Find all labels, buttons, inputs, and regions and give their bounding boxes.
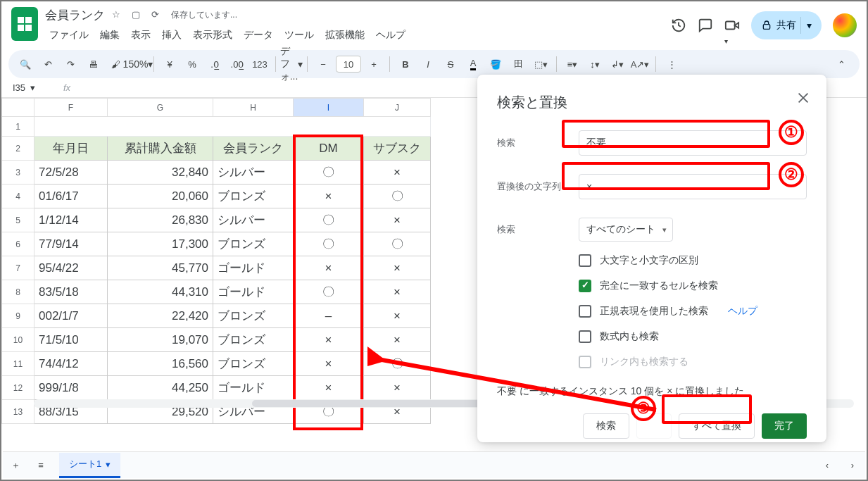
merge-btn[interactable]: ⬚▾ (531, 54, 551, 74)
close-icon[interactable] (795, 90, 811, 106)
done-button[interactable]: 完了 (762, 413, 807, 439)
menu-data[interactable]: データ (239, 26, 277, 44)
find-input[interactable] (579, 130, 807, 156)
cell[interactable]: × (294, 376, 364, 400)
cell[interactable]: ブロンズ (213, 185, 294, 208)
row-header[interactable]: 6 (2, 232, 34, 256)
print-icon[interactable]: 🖶 (83, 54, 103, 74)
text-color-btn[interactable]: A (463, 54, 483, 74)
checkbox-case[interactable] (579, 254, 591, 267)
cell[interactable]: ゴールド (213, 256, 294, 280)
cell[interactable]: シルバー (213, 161, 294, 185)
star-icon[interactable]: ☆ (112, 9, 125, 22)
redo-icon[interactable]: ↷ (61, 54, 80, 74)
cell[interactable]: 年月日 (34, 137, 108, 161)
menu-insert[interactable]: 挿入 (158, 26, 186, 44)
tabs-scroll-left-icon[interactable]: ‹ (814, 453, 840, 478)
zoom-select[interactable]: 150% ▾ (128, 54, 148, 74)
regex-help-link[interactable]: ヘルプ (728, 305, 757, 318)
cell[interactable]: × (364, 208, 431, 232)
cell[interactable]: × (294, 256, 364, 280)
font-select[interactable]: デフォ... ▾ (282, 54, 301, 74)
meet-icon[interactable]: ▾ (724, 18, 740, 33)
cell[interactable]: 〇 (294, 280, 364, 304)
fill-color-btn[interactable]: 🪣 (486, 54, 505, 74)
row-header[interactable]: 12 (2, 376, 34, 400)
cell[interactable]: 〇 (364, 232, 431, 256)
menu-help[interactable]: ヘルプ (372, 26, 410, 44)
cell[interactable]: × (364, 280, 431, 304)
cell[interactable]: × (364, 256, 431, 280)
replace-all-button[interactable]: すべて置換 (679, 413, 755, 439)
rotate-btn[interactable]: A↗▾ (630, 54, 650, 74)
italic-btn[interactable]: I (418, 54, 438, 74)
cell[interactable]: 19,070 (108, 328, 213, 352)
cell[interactable] (34, 117, 431, 137)
menu-file[interactable]: ファイル (45, 26, 93, 44)
cell[interactable]: シルバー (213, 208, 294, 232)
currency-btn[interactable]: ¥ (160, 54, 180, 74)
percent-btn[interactable]: % (182, 54, 202, 74)
borders-btn[interactable]: 田 (508, 54, 528, 74)
cell[interactable]: ブロンズ (213, 352, 294, 376)
all-sheets-button[interactable]: ≡ (28, 453, 54, 478)
cell[interactable]: 〇 (294, 161, 364, 185)
row-header[interactable]: 3 (2, 161, 34, 185)
row-header[interactable]: 11 (2, 352, 34, 376)
comment-icon[interactable] (698, 18, 713, 33)
account-avatar[interactable] (833, 13, 857, 37)
row-header[interactable]: 7 (2, 256, 34, 280)
history-icon[interactable] (671, 18, 686, 33)
row-header[interactable]: 4 (2, 185, 34, 208)
cell[interactable]: × (294, 352, 364, 376)
cell[interactable]: DM (294, 137, 364, 161)
share-button[interactable]: 共有 ▾ (751, 11, 822, 39)
cloud-status-icon[interactable]: ⟳ (151, 9, 164, 22)
checkbox-formula[interactable] (579, 330, 591, 343)
cell[interactable]: ブロンズ (213, 304, 294, 328)
cell[interactable]: 44,250 (108, 376, 213, 400)
cell[interactable]: 22,420 (108, 304, 213, 328)
cell[interactable]: 〇 (294, 208, 364, 232)
row-header[interactable]: 10 (2, 328, 34, 352)
font-dec-btn[interactable]: − (313, 54, 333, 74)
cell[interactable]: × (364, 304, 431, 328)
col-header-h[interactable]: H (213, 99, 294, 117)
row-header[interactable]: 5 (2, 208, 34, 232)
cell[interactable]: 77/9/14 (34, 232, 108, 256)
cell[interactable]: 72/5/28 (34, 161, 108, 185)
col-header-j[interactable]: J (364, 99, 431, 117)
row-header[interactable]: 1 (2, 117, 34, 137)
cell[interactable]: 002/1/7 (34, 304, 108, 328)
cell[interactable]: 1/12/14 (34, 208, 108, 232)
cell[interactable]: × (364, 328, 431, 352)
cell[interactable]: サブスク (364, 137, 431, 161)
cell[interactable]: ゴールド (213, 280, 294, 304)
cell[interactable]: ゴールド (213, 376, 294, 400)
cell[interactable]: × (364, 376, 431, 400)
cell[interactable]: 83/5/18 (34, 280, 108, 304)
row-header[interactable]: 13 (2, 400, 34, 424)
select-all-corner[interactable] (2, 99, 34, 117)
more-btn[interactable]: ⋮ (662, 54, 681, 74)
checkbox-regex[interactable] (579, 305, 591, 318)
number-format-btn[interactable]: 123 (250, 54, 270, 74)
col-header-f[interactable]: F (34, 99, 108, 117)
cell[interactable]: 71/5/10 (34, 328, 108, 352)
menu-view[interactable]: 表示 (127, 26, 155, 44)
strike-btn[interactable]: S (441, 54, 460, 74)
sheets-logo-icon[interactable] (11, 7, 38, 41)
move-icon[interactable]: ▢ (132, 9, 144, 22)
cell[interactable]: 74/4/12 (34, 352, 108, 376)
cell[interactable]: × (294, 185, 364, 208)
cell[interactable]: 〇 (364, 352, 431, 376)
cell[interactable]: ブロンズ (213, 232, 294, 256)
menu-tools[interactable]: ツール (280, 26, 318, 44)
menu-format[interactable]: 表示形式 (189, 26, 237, 44)
cell[interactable]: 〇 (294, 232, 364, 256)
cell[interactable]: 44,310 (108, 280, 213, 304)
share-dropdown-icon[interactable]: ▾ (800, 17, 817, 34)
dec-decimal-btn[interactable]: .0̲ (205, 54, 225, 74)
cell[interactable]: ブロンズ (213, 328, 294, 352)
cell[interactable]: × (364, 161, 431, 185)
